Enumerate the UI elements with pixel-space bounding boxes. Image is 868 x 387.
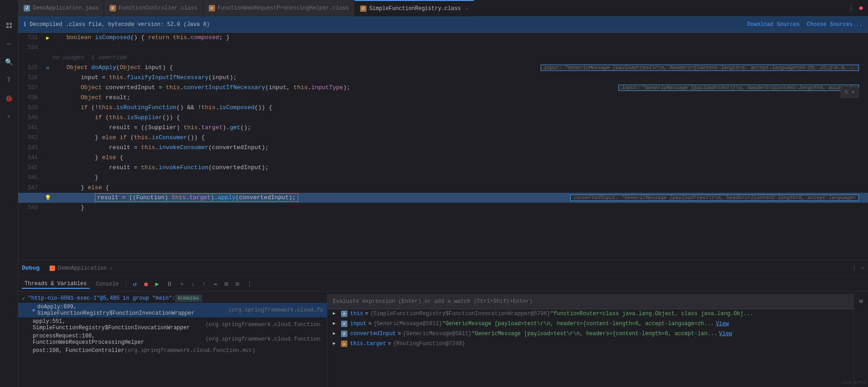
tab-function-controller[interactable]: c FunctionController.class	[104, 0, 203, 16]
line-gutter: ⊙	[43, 65, 52, 71]
float-close-button[interactable]: ✕	[852, 89, 855, 95]
svg-rect-1	[10, 23, 12, 25]
var-type-icon: f	[341, 311, 347, 317]
thread-name: "http-nio-8081-exec-1"@5,405 in group "m…	[28, 295, 175, 302]
sidebar-search-icon[interactable]: 🔍	[4, 56, 15, 67]
debug-more-icon[interactable]: ⋮	[851, 265, 857, 272]
stack-frame-4[interactable]: post:108, FunctionController (org.spring…	[18, 347, 327, 355]
code-line-546: 546 }	[18, 173, 868, 183]
threads-panel[interactable]: ✓ "http-nio-8081-exec-1"@5,405 in group …	[18, 292, 327, 387]
var-expand-icon[interactable]: ▶	[333, 321, 338, 326]
code-text: Object result;	[52, 93, 859, 103]
info-banner-text: Decompiled .class file, bytecode version…	[30, 21, 210, 28]
threads-variables-tab[interactable]: Threads & Variables	[22, 280, 90, 289]
var-equals: =	[365, 311, 368, 317]
var-view-link[interactable]: View	[719, 331, 732, 337]
sidebar-icon-3[interactable]: T	[4, 75, 15, 85]
choose-sources-link[interactable]: Choose Sources...	[807, 21, 863, 28]
copy-icon[interactable]: ⎘	[845, 89, 848, 95]
code-line-534: 534	[18, 43, 868, 53]
var-item-this-target[interactable]: ▶ ∞ this.target = {RoutingFunction@7248}	[327, 339, 853, 349]
step-over-button[interactable]: ↷	[178, 279, 186, 289]
class-file-icon: c	[360, 5, 366, 12]
stack-frame-3[interactable]: processRequest:100, FunctionWebRequestPr…	[18, 332, 327, 347]
tab-demo-application[interactable]: J DemoApplication.java	[18, 0, 104, 16]
resume-button[interactable]: ▶	[153, 279, 161, 289]
var-type: {GenericMessage@5811}	[403, 331, 472, 337]
code-text: no usages 1 override	[52, 53, 859, 63]
download-sources-link[interactable]: Download Sources	[747, 21, 799, 28]
execution-arrow-icon: ▶	[46, 35, 49, 41]
more-tabs-icon[interactable]: ⋮	[848, 4, 855, 13]
inline-hint-537: input: "GenericMessage [payload=test\r\n…	[618, 85, 859, 91]
var-equals: =	[398, 331, 401, 337]
var-expand-icon[interactable]: ▶	[333, 331, 338, 336]
var-item-this[interactable]: ▶ f this = {SimpleFunctionRegistry$Funct…	[327, 309, 853, 319]
line-number: 538	[18, 95, 43, 101]
var-type-icon: f	[341, 321, 347, 327]
tab-bar: J DemoApplication.java c FunctionControl…	[0, 0, 868, 16]
line-number: 534	[18, 45, 43, 51]
line-number: 543	[18, 145, 43, 151]
var-item-converted-input[interactable]: ▶ f convertedInput = {GenericMessage@581…	[327, 329, 853, 339]
stack-frame-2[interactable]: apply:551, SimpleFunctionRegistry$Functi…	[18, 317, 327, 332]
var-type-icon: ∞	[341, 341, 347, 347]
code-scroll[interactable]: 531 ▶ boolean isComposed() { return this…	[18, 33, 868, 260]
console-tab[interactable]: Console	[93, 280, 121, 288]
java-file-icon: J	[24, 5, 30, 11]
line-number: 537	[18, 85, 43, 91]
code-text: } else {	[52, 183, 859, 193]
tab-label: DemoApplication.java	[33, 5, 98, 11]
var-expand-icon[interactable]: ▶	[333, 311, 338, 316]
code-text: } else if (this.isConsumer()) {	[52, 133, 859, 143]
line-number: 536	[18, 75, 43, 81]
line-number: 541	[18, 125, 43, 131]
sidebar-debug-icon[interactable]: 🐞	[4, 93, 15, 104]
line-number: 539	[18, 105, 43, 111]
code-line-535: 535 ⊙ Object doApply(Object input) { inp…	[18, 63, 868, 73]
info-banner: ℹ Decompiled .class file, bytecode versi…	[18, 16, 868, 33]
stop-button[interactable]: ◼	[142, 279, 150, 289]
tab-close-button[interactable]: ✕	[466, 6, 468, 11]
frame-org: (org.springframework.cloud.fu	[228, 307, 323, 313]
eval-bar[interactable]: Evaluate expression (Enter) or add a wat…	[327, 294, 853, 309]
line-gutter: ▶	[43, 35, 52, 41]
app-icon	[50, 266, 55, 271]
code-text: } else {	[52, 153, 859, 163]
var-view-link[interactable]: View	[716, 321, 729, 327]
more-debug-button[interactable]: ⋮	[245, 279, 255, 289]
toolbar-separator	[126, 281, 126, 288]
thread-item[interactable]: ✓ "http-nio-8081-exec-1"@5,405 in group …	[18, 294, 327, 303]
rerun-button[interactable]: ↺	[131, 279, 138, 289]
var-expand-icon[interactable]: ▶	[333, 341, 338, 346]
code-text: }	[52, 173, 859, 183]
run-to-cursor-button[interactable]: ⇥	[211, 279, 219, 289]
code-text: result = ((Supplier) this.target).get();	[52, 123, 859, 133]
debug-tab-app[interactable]: DemoApplication ✕	[45, 263, 117, 273]
step-out-button[interactable]: ↑	[200, 280, 207, 289]
pause-button[interactable]: ⏸	[165, 280, 175, 289]
expand-panel-icon[interactable]: ⊞	[856, 296, 867, 307]
debug-minimize-icon[interactable]: —	[861, 265, 864, 271]
var-equals: =	[388, 341, 391, 347]
tab-function-web[interactable]: c FunctionWebRequestProcessingHelper.cla…	[203, 0, 355, 16]
float-panel: ⎘ ✕	[841, 86, 859, 98]
lightbulb-icon[interactable]: 💡	[45, 195, 51, 201]
debug-content: ✓ "http-nio-8081-exec-1"@5,405 in group …	[18, 292, 868, 387]
evaluate-button[interactable]: ⊞	[222, 279, 230, 289]
debug-app-close[interactable]: ✕	[110, 266, 112, 271]
step-into-button[interactable]: ↓	[189, 280, 196, 289]
sidebar-project-icon[interactable]	[4, 20, 15, 31]
frame-text: post:108, FunctionController	[33, 347, 125, 354]
var-value: "functionRouter<class java.lang.Object, …	[550, 311, 753, 317]
var-name: this.target	[350, 341, 386, 347]
stack-frame-1[interactable]: ▶ doApply:699, SimpleFunctionRegistry$Fu…	[18, 303, 327, 317]
sidebar-icon-2[interactable]: ⋯	[4, 38, 15, 49]
debug-title[interactable]: Debug	[22, 265, 40, 271]
tab-simple-function-registry[interactable]: c SimpleFunctionRegistry.class ✕	[355, 0, 474, 16]
var-item-input[interactable]: ▶ f input = {GenericMessage@5811} "Gener…	[327, 319, 853, 329]
settings-button[interactable]: ⚙	[234, 279, 241, 289]
sidebar-icon-5[interactable]: ⚡	[4, 111, 15, 122]
editor-area: ℹ Decompiled .class file, bytecode versi…	[18, 16, 868, 387]
frame-text: apply:551, SimpleFunctionRegistry$Functi…	[33, 318, 206, 331]
